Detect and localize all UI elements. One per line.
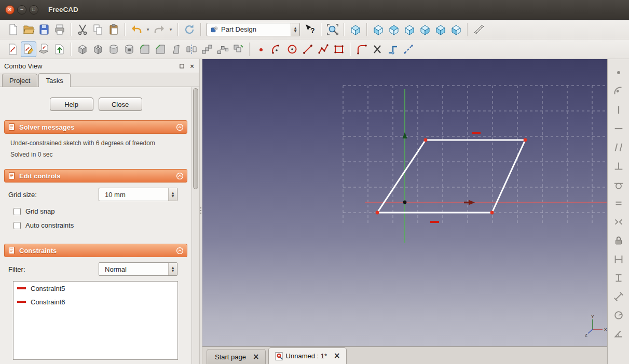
window-maximize-button[interactable]: □ (29, 5, 38, 15)
grid-size-combobox[interactable]: 10 mm ▲▼ (99, 188, 177, 201)
create-sketch-fillet-button[interactable] (354, 41, 370, 57)
constraints-header[interactable]: Constraints (4, 244, 187, 257)
measure-distance-button[interactable] (471, 22, 487, 37)
create-circle-button[interactable] (284, 41, 300, 57)
window-close-button[interactable]: × (5, 5, 15, 15)
tab-unnamed-document[interactable]: Unnamed : 1* × (268, 347, 347, 364)
create-rectangle-button[interactable] (331, 41, 347, 57)
create-line-button[interactable] (300, 41, 316, 57)
edit-controls-header[interactable]: Edit controls (4, 169, 187, 183)
horizontal-constraint-marks[interactable] (430, 132, 481, 223)
constrain-radius-button[interactable] (611, 308, 626, 323)
collapse-section-icon[interactable] (176, 247, 184, 255)
view-axonometric-button[interactable] (348, 22, 363, 37)
leave-sketch-button[interactable] (52, 41, 67, 57)
tab-start-page[interactable]: Start page × (207, 349, 266, 364)
whats-this-button[interactable]: ? (302, 22, 318, 37)
view-right-button[interactable] (402, 22, 417, 37)
redo-button[interactable] (152, 22, 167, 37)
create-arc-button[interactable] (269, 41, 284, 57)
view-rear-button[interactable] (417, 22, 433, 37)
constraint-list-item[interactable]: Constraint5 (13, 282, 177, 295)
edit-sketch-button[interactable] (21, 41, 36, 57)
auto-constraints-checkbox[interactable] (13, 222, 21, 229)
open-document-button[interactable] (21, 22, 36, 37)
combo-spinner[interactable]: ▲▼ (168, 263, 177, 275)
origin-point[interactable] (403, 201, 407, 204)
collapse-section-icon[interactable] (176, 123, 184, 131)
linear-pattern-button[interactable] (199, 41, 215, 57)
scrollbar-thumb[interactable] (193, 88, 198, 189)
revolution-button[interactable] (106, 41, 121, 57)
draft-button[interactable] (168, 41, 184, 57)
combo-view-titlebar[interactable]: Combo View × (0, 59, 199, 73)
help-button[interactable]: Help (50, 97, 93, 111)
grid-snap-checkbox[interactable] (13, 208, 21, 215)
groove-button[interactable] (121, 41, 137, 57)
view-bottom-button[interactable] (433, 22, 448, 37)
titlebar[interactable]: × − □ FreeCAD (0, 0, 629, 20)
save-document-button[interactable] (36, 22, 52, 37)
redo-history-dropdown[interactable]: ▼ (167, 22, 174, 37)
view-front-button[interactable] (371, 22, 386, 37)
mirrored-button[interactable] (184, 41, 199, 57)
view-top-button[interactable] (386, 22, 402, 37)
fit-all-button[interactable] (325, 22, 340, 37)
constrain-angle-button[interactable] (611, 327, 626, 341)
copy-button[interactable] (90, 22, 106, 37)
window-minimize-button[interactable]: − (17, 5, 26, 15)
3d-viewport[interactable]: Y X Z (202, 59, 607, 346)
create-polyline-button[interactable] (316, 41, 331, 57)
trim-edge-button[interactable] (370, 41, 385, 57)
undo-history-dropdown[interactable]: ▼ (144, 22, 152, 37)
tab-close-icon[interactable]: × (253, 353, 259, 361)
refresh-button[interactable] (182, 22, 197, 37)
constrain-vertical-button[interactable] (611, 103, 626, 117)
constrain-tangent-button[interactable] (611, 177, 626, 192)
constrain-symmetric-button[interactable] (611, 215, 626, 229)
new-sketch-button[interactable] (5, 41, 21, 57)
undo-button[interactable] (129, 22, 144, 37)
constraint-list[interactable]: Constraint5 Constraint6 (13, 281, 178, 360)
constrain-lock-button[interactable] (611, 233, 626, 248)
sketch-parallelogram[interactable] (377, 140, 525, 213)
new-document-button[interactable] (5, 22, 21, 37)
constrain-parallel-button[interactable] (611, 140, 626, 155)
constrain-distance-button[interactable] (611, 289, 626, 304)
pocket-button[interactable] (90, 41, 106, 57)
constrain-vertical-distance-button[interactable] (611, 271, 626, 285)
constraint-list-item[interactable]: Constraint6 (13, 295, 177, 309)
workbench-selector[interactable]: Part Design ▲▼ (207, 23, 300, 36)
constrain-coincident-button[interactable] (611, 65, 626, 80)
tab-close-icon[interactable]: × (334, 352, 340, 360)
sketch-canvas[interactable]: Y X Z (202, 59, 607, 346)
panel-close-button[interactable]: × (188, 62, 196, 70)
tab-tasks[interactable]: Tasks (38, 73, 70, 87)
combo-spinner[interactable]: ▲▼ (168, 188, 177, 201)
constrain-perpendicular-button[interactable] (611, 159, 626, 173)
fillet-button[interactable] (137, 41, 153, 57)
create-point-button[interactable] (253, 41, 269, 57)
task-panel-scrollbar[interactable] (192, 87, 199, 364)
chamfer-button[interactable] (153, 41, 168, 57)
constrain-horizontal-distance-button[interactable] (611, 252, 626, 267)
pad-button[interactable] (75, 41, 90, 57)
constrain-point-on-object-button[interactable] (611, 84, 626, 99)
paste-button[interactable] (106, 22, 121, 37)
panel-float-button[interactable] (177, 62, 186, 70)
solver-messages-header[interactable]: Solver messages (4, 120, 187, 134)
print-button[interactable] (52, 22, 67, 37)
sketch-vertices[interactable] (376, 138, 527, 215)
cut-button[interactable] (75, 22, 90, 37)
polar-pattern-button[interactable] (215, 41, 230, 57)
constrain-equal-button[interactable] (611, 196, 626, 211)
constrain-horizontal-button[interactable] (611, 121, 626, 136)
collapse-section-icon[interactable] (176, 172, 184, 180)
toggle-construction-mode-button[interactable] (401, 41, 416, 57)
constraint-filter-combobox[interactable]: Normal ▲▼ (99, 262, 177, 276)
multi-transform-button[interactable] (230, 41, 246, 57)
external-geometry-button[interactable] (385, 41, 401, 57)
close-task-button[interactable]: Close (99, 97, 142, 111)
view-left-button[interactable] (448, 22, 464, 37)
map-sketch-to-face-button[interactable] (36, 41, 52, 57)
